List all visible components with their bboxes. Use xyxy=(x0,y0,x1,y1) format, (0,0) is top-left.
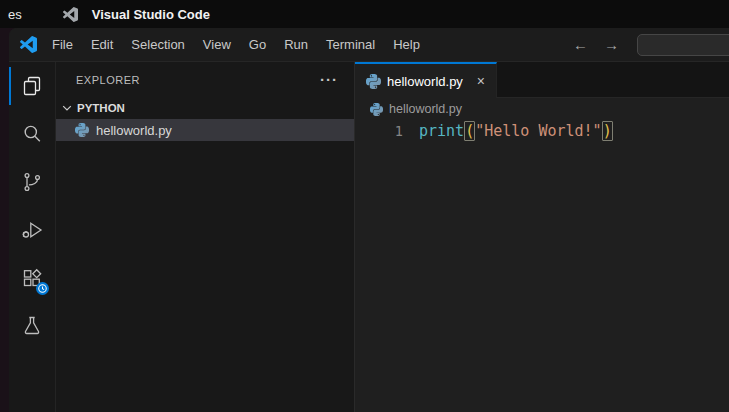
python-icon xyxy=(366,74,381,89)
tab-label: helloworld.py xyxy=(387,74,468,89)
back-arrow-icon[interactable]: ← xyxy=(565,36,596,53)
explorer-header: EXPLORER ··· xyxy=(56,62,354,97)
activity-testing[interactable] xyxy=(9,302,55,350)
breadcrumb-file: helloworld.py xyxy=(389,102,462,116)
activities-label[interactable]: es xyxy=(8,7,22,22)
menu-run[interactable]: Run xyxy=(275,28,317,61)
more-actions-icon[interactable]: ··· xyxy=(320,75,338,85)
file-item-helloworld[interactable]: helloworld.py xyxy=(56,119,354,141)
python-icon xyxy=(370,103,383,116)
menu-go[interactable]: Go xyxy=(240,28,275,61)
menu-edit[interactable]: Edit xyxy=(82,28,122,61)
line-number: 1 xyxy=(355,123,403,139)
token-paren-open: ( xyxy=(464,121,475,141)
system-top-bar: es Visual Studio Code xyxy=(0,0,729,28)
section-python[interactable]: PYTHON xyxy=(56,97,354,119)
files-icon xyxy=(20,74,44,98)
vscode-window: File Edit Selection View Go Run Terminal… xyxy=(9,28,729,412)
menu-view[interactable]: View xyxy=(194,28,240,61)
focused-app-title[interactable]: Visual Studio Code xyxy=(52,7,210,22)
chevron-down-icon xyxy=(59,100,75,116)
close-icon[interactable]: × xyxy=(474,73,488,89)
menu-file[interactable]: File xyxy=(43,28,82,61)
menu-bar: File Edit Selection View Go Run Terminal… xyxy=(9,28,729,62)
menu-help[interactable]: Help xyxy=(384,28,429,61)
search-icon xyxy=(20,122,44,146)
activity-bar xyxy=(9,62,55,412)
activity-source-control[interactable] xyxy=(9,158,55,206)
window-title: Visual Studio Code xyxy=(92,7,210,22)
activity-search[interactable] xyxy=(9,110,55,158)
menu-terminal[interactable]: Terminal xyxy=(317,28,384,61)
token-function: print xyxy=(419,122,464,140)
vscode-logo-icon xyxy=(20,36,37,53)
menubar-right-controls: ← → xyxy=(565,34,729,56)
token-paren-close: ) xyxy=(602,121,613,141)
command-center-search[interactable] xyxy=(637,34,729,56)
tab-bar: helloworld.py × xyxy=(355,62,729,98)
clock-badge-icon xyxy=(36,282,49,295)
editor-group: helloworld.py × helloworld.py 1 print("H… xyxy=(355,62,729,412)
vscode-logo-icon xyxy=(63,7,78,22)
breadcrumb[interactable]: helloworld.py xyxy=(355,98,729,120)
token-string: "Hello World!" xyxy=(475,122,601,140)
code-text: print("Hello World!") xyxy=(419,122,613,140)
section-label: PYTHON xyxy=(77,102,125,114)
code-editor[interactable]: 1 print("Hello World!") xyxy=(355,120,729,412)
file-label: helloworld.py xyxy=(96,123,172,138)
source-control-icon xyxy=(20,170,44,194)
screen: es Visual Studio Code File Edit Selectio… xyxy=(0,0,729,412)
beaker-icon xyxy=(20,314,44,338)
menu-selection[interactable]: Selection xyxy=(122,28,193,61)
activity-explorer[interactable] xyxy=(9,62,55,110)
debug-icon xyxy=(20,218,44,242)
forward-arrow-icon[interactable]: → xyxy=(596,36,627,53)
python-icon xyxy=(75,123,89,137)
explorer-title: EXPLORER xyxy=(76,74,140,86)
sidebar-explorer: EXPLORER ··· PYTHON helloworld.py xyxy=(55,62,355,412)
tab-helloworld[interactable]: helloworld.py × xyxy=(355,62,497,98)
code-line-1: 1 print("Hello World!") xyxy=(355,121,729,141)
activity-run-debug[interactable] xyxy=(9,206,55,254)
activity-extensions[interactable] xyxy=(9,254,55,302)
workbench-body: EXPLORER ··· PYTHON helloworld.py xyxy=(9,62,729,412)
